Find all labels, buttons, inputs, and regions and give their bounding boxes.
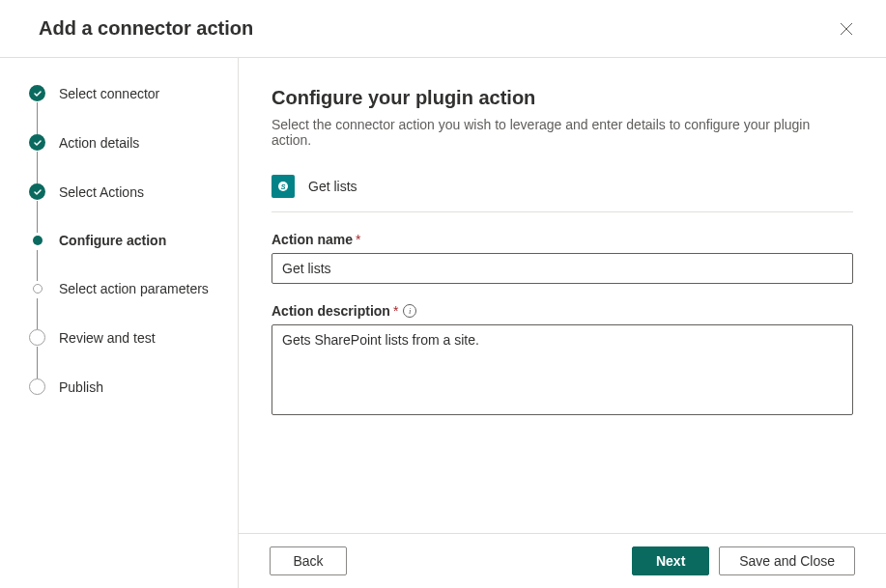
close-button[interactable] [836, 18, 857, 40]
step-configure-action[interactable]: Configure action [29, 233, 226, 281]
step-select-action-parameters[interactable]: Select action parameters [29, 281, 226, 329]
connector-name: Get lists [308, 179, 357, 194]
step-label: Action details [59, 135, 139, 151]
step-label: Select connector [59, 86, 159, 101]
action-description-group: Action description * i [272, 303, 853, 418]
step-label: Select action parameters [59, 281, 209, 296]
action-name-label: Action name * [272, 232, 853, 247]
dialog-header: Add a connector action [0, 0, 886, 58]
check-icon [29, 134, 45, 151]
next-button[interactable]: Next [632, 546, 709, 575]
open-step-icon [33, 284, 43, 294]
action-name-group: Action name * [272, 232, 853, 284]
page-title: Configure your plugin action [272, 87, 853, 109]
step-publish[interactable]: Publish [29, 378, 226, 395]
sharepoint-icon: S [272, 175, 295, 198]
step-select-actions[interactable]: Select Actions [29, 183, 226, 233]
info-icon[interactable]: i [403, 304, 416, 318]
check-icon [29, 85, 45, 101]
step-label: Review and test [59, 330, 156, 346]
required-indicator: * [356, 232, 360, 247]
stepper-sidebar: Select connector Action details Select A… [0, 58, 239, 588]
step-label: Select Actions [59, 184, 144, 200]
dialog-footer: Back Next Save and Close [239, 533, 886, 588]
action-name-input[interactable] [272, 253, 853, 284]
step-label: Configure action [59, 233, 166, 248]
action-description-label: Action description * i [272, 303, 853, 319]
step-action-details[interactable]: Action details [29, 134, 226, 183]
open-step-icon [29, 329, 45, 346]
current-step-icon [33, 236, 43, 245]
step-label: Publish [59, 379, 103, 395]
dialog-title: Add a connector action [39, 17, 253, 40]
close-icon [840, 22, 853, 36]
step-review-and-test[interactable]: Review and test [29, 329, 226, 378]
required-indicator: * [393, 303, 398, 319]
save-and-close-button[interactable]: Save and Close [719, 546, 855, 575]
action-description-input[interactable] [272, 324, 853, 415]
step-select-connector[interactable]: Select connector [29, 85, 226, 134]
selected-connector: S Get lists [272, 175, 853, 212]
page-subtitle: Select the connector action you wish to … [272, 117, 853, 148]
check-icon [29, 183, 45, 200]
back-button[interactable]: Back [270, 546, 347, 575]
main-panel: Configure your plugin action Select the … [239, 58, 886, 588]
open-step-icon [29, 378, 45, 395]
